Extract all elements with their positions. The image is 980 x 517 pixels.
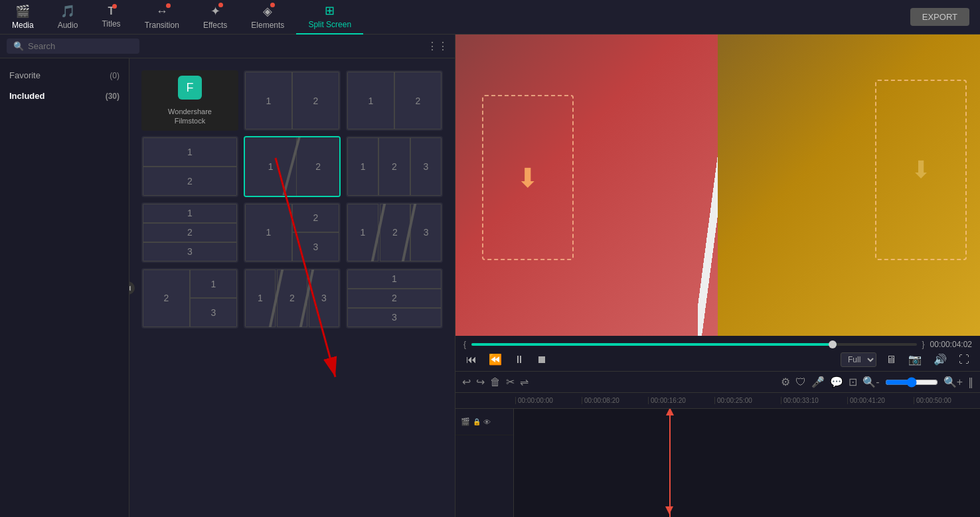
ruler-mark: 00:00:33:10 [781, 397, 847, 404]
diag-left-cell: 1 [245, 137, 297, 195]
sidebar-included-label: Included [9, 91, 44, 101]
nav-transition[interactable]: ↔ Transition [133, 0, 191, 35]
screen-view-button[interactable]: 🖥 [883, 352, 899, 367]
ruler-mark: 00:00:00:00 [515, 397, 582, 404]
timeline-ruler: 00:00:00:00 00:00:08:20 00:00:16:20 00:0… [455, 393, 980, 409]
sidebar-item-favorite[interactable]: Favorite (0) [0, 65, 129, 86]
split-item-3v-a[interactable]: 1 2 3 [141, 202, 238, 263]
splitscreen-icon: ⊞ [325, 3, 335, 18]
nav-splitscreen[interactable]: ⊞ Split Screen [296, 0, 363, 35]
zoom-slider[interactable] [885, 377, 938, 388]
quality-select[interactable]: Full 1/2 1/4 [841, 352, 876, 367]
caption-button[interactable]: 💬 [830, 376, 843, 388]
timeline-toolbar: ↩ ↪ 🗑 ✂ ⇌ ⚙ 🛡 🎤 💬 ⊡ 🔍- 🔍+ ‖ [455, 372, 980, 393]
layout-cell: 3 [292, 232, 339, 261]
split-item-2h-a[interactable]: 1 2 [244, 70, 341, 131]
screenshot-button[interactable]: 📷 [906, 352, 924, 367]
split-item-diag2[interactable]: 1 2 [244, 136, 341, 196]
sidebar-item-included[interactable]: Included (30) [0, 86, 129, 106]
playhead-head [666, 409, 674, 415]
effects-dot [218, 3, 223, 7]
nav-effects-label: Effects [203, 21, 227, 30]
play-pause-button[interactable]: ⏸ [511, 352, 527, 367]
diag-right-cell: 2 [297, 137, 339, 195]
track-labels: 🎬 🔒 👁 [455, 409, 514, 517]
collapse-timeline-button[interactable]: ‖ [968, 376, 973, 388]
undo-button[interactable]: ↩ [462, 376, 471, 388]
time-display: 00:00:04:02 [930, 340, 972, 349]
skip-back-button[interactable]: ⏮ [463, 352, 479, 367]
main-layout: 🔍 ⋮⋮ Favorite (0) Included (30) ◀ [0, 35, 980, 517]
layout-cell: 3 [347, 308, 442, 327]
delete-button[interactable]: 🗑 [490, 376, 501, 388]
split-item-trap3a[interactable]: 1 2 3 [346, 202, 443, 263]
split-item-trap3b[interactable]: 1 2 3 [244, 268, 341, 329]
nav-media[interactable]: 🎬 Media [0, 0, 46, 35]
shield-button[interactable]: 🛡 [795, 376, 806, 388]
grid-view-icon[interactable]: ⋮⋮ [427, 40, 448, 52]
split-item-2v[interactable]: 1 2 [141, 136, 238, 196]
progress-track[interactable] [471, 343, 917, 346]
fullscreen-button[interactable]: ⛶ [956, 352, 972, 367]
video-slot-2: ⬇ [718, 35, 980, 336]
layout-cell: 2 [292, 204, 339, 233]
panel-body: Favorite (0) Included (30) ◀ F [0, 58, 455, 517]
nav-effects[interactable]: ✦ Effects [191, 0, 239, 35]
nav-transition-label: Transition [145, 21, 179, 30]
drop-zone-1: ⬇ [482, 95, 574, 261]
layout-cell: 1 [143, 204, 237, 223]
pip-button[interactable]: ⊡ [849, 376, 857, 388]
bracket-start: { [463, 340, 466, 349]
audio-icon: 🎵 [60, 4, 75, 19]
progress-fill [471, 343, 837, 346]
layout-cell: 3 [309, 269, 339, 327]
controls-row: ⏮ ⏪ ⏸ ⏹ Full 1/2 1/4 🖥 📷 🔊 ⛶ [463, 352, 972, 367]
nav-titles[interactable]: T Titles [90, 0, 132, 35]
zoom-out-button[interactable]: 🔍- [862, 376, 879, 388]
zoom-in-button[interactable]: 🔍+ [943, 376, 963, 388]
export-button[interactable]: EXPORT [910, 8, 969, 26]
volume-button[interactable]: 🔊 [931, 352, 949, 367]
search-box[interactable]: 🔍 [7, 38, 139, 54]
split-item-3h[interactable]: 1 2 3 [346, 136, 443, 196]
left-panel: 🔍 ⋮⋮ Favorite (0) Included (30) ◀ [0, 35, 455, 517]
split-item-filmstock[interactable]: F WondershareFilmstock [141, 70, 238, 131]
ruler-mark: 00:00:50:00 [914, 397, 980, 404]
layout-cell: 1 [347, 137, 378, 195]
nav-audio[interactable]: 🎵 Audio [46, 0, 90, 35]
split-item-1l2r[interactable]: 1 2 3 [244, 202, 341, 263]
elements-dot [270, 3, 275, 7]
layout-cell: 3 [190, 298, 237, 327]
collapse-panel-button[interactable]: ◀ [129, 281, 135, 295]
progress-thumb[interactable] [829, 340, 837, 348]
split-screen-grid: F WondershareFilmstock 1 2 [136, 65, 448, 334]
drop-arrow-1: ⬇ [517, 163, 539, 193]
cut-button[interactable]: ✂ [506, 376, 515, 388]
mic-button[interactable]: 🎤 [811, 376, 825, 388]
titles-dot [112, 4, 117, 9]
layout-cell: 2 [394, 72, 442, 129]
layout-cell: 1 [347, 72, 394, 129]
nav-elements[interactable]: ◈ Elements [239, 0, 296, 35]
split-item-2l1r[interactable]: 1 2 3 [141, 268, 238, 329]
elements-icon: ◈ [263, 4, 272, 19]
search-input[interactable] [28, 41, 133, 51]
sidebar: Favorite (0) Included (30) [0, 58, 129, 517]
track-1-eye: 👁 [483, 418, 491, 426]
playhead [669, 409, 671, 517]
layout-cell: 1 [190, 269, 237, 299]
step-back-button[interactable]: ⏪ [486, 352, 505, 367]
layout-cell: 2 [143, 167, 237, 196]
split-item-2h-b[interactable]: 1 2 [346, 70, 443, 131]
settings-button[interactable]: ⚙ [781, 376, 790, 388]
search-row: 🔍 ⋮⋮ [0, 35, 455, 58]
effects-icon: ✦ [210, 4, 220, 19]
redo-button[interactable]: ↪ [476, 376, 485, 388]
stop-button[interactable]: ⏹ [534, 352, 550, 367]
transition-icon: ↔ [156, 5, 168, 19]
split-item-3v-b[interactable]: 1 2 3 [346, 268, 443, 329]
adjust-button[interactable]: ⇌ [520, 376, 529, 388]
layout-cell: 3 [410, 137, 442, 195]
nav-splitscreen-label: Split Screen [308, 20, 351, 29]
sidebar-favorite-count: (0) [110, 71, 120, 80]
